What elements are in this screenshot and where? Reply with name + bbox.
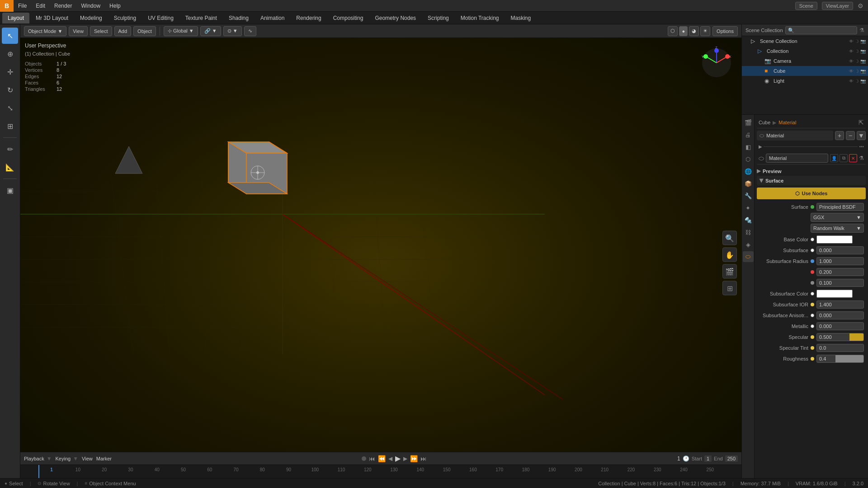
jump-start-btn[interactable]: ⏮ — [369, 455, 375, 462]
collection-eye-icon[interactable]: 👁 — [849, 49, 854, 54]
menu-help[interactable]: Help — [105, 0, 125, 11]
vp-film-btn[interactable]: 🎬 — [722, 264, 737, 279]
transform-pivot[interactable]: ⊹ Global ▼ — [164, 26, 198, 36]
prop-data-icon[interactable]: ◈ — [743, 239, 754, 250]
prop-view-layer-icon[interactable]: ◧ — [743, 141, 754, 152]
breadcrumb-item1[interactable]: Cube — [759, 120, 770, 125]
specular-tint-value[interactable]: 0.0 — [816, 344, 864, 352]
tool-select[interactable]: ↖ — [2, 28, 18, 44]
metallic-value[interactable]: 0.000 — [816, 322, 864, 330]
surface-section-header[interactable]: ▶ Surface — [757, 176, 866, 185]
mode-select[interactable]: Object Mode ▼ — [24, 26, 66, 36]
use-nodes-btn[interactable]: ⬡ Use Nodes — [757, 188, 866, 199]
prev-frame-btn[interactable]: ⏪ — [378, 455, 386, 462]
start-value[interactable]: 1 — [704, 455, 712, 462]
collection-render-icon[interactable]: 📷 — [860, 49, 866, 54]
tab-texture-paint[interactable]: Texture Paint — [180, 13, 222, 23]
eye-icon[interactable]: 👁 — [849, 39, 854, 44]
collection-hide-select-icon[interactable]: ☽ — [855, 49, 859, 54]
cube-render-icon[interactable]: 📷 — [860, 69, 866, 74]
prop-physics-icon[interactable]: 🔩 — [743, 215, 754, 225]
tool-cursor[interactable]: ⊕ — [2, 46, 18, 62]
options-btn[interactable]: Options — [712, 26, 738, 36]
surface-shader-value[interactable]: Principled BSDF — [816, 203, 864, 211]
view-label[interactable]: View — [82, 456, 93, 461]
snap-options[interactable]: 🔗 ▼ — [200, 26, 221, 36]
cube-eye-icon[interactable]: 👁 — [849, 69, 854, 74]
scene-dropdown[interactable]: Scene — [795, 2, 817, 10]
tool-transform[interactable]: ⊞ — [2, 118, 18, 134]
subsurface-radius-g-value[interactable]: 0.200 — [816, 268, 864, 276]
proportional-edit[interactable]: ⊙ ▼ — [223, 26, 242, 36]
tab-animation[interactable]: Animation — [255, 13, 290, 23]
outliner-cube[interactable]: ■ Cube 👁 ☽ 📷 — [742, 66, 868, 76]
tool-move[interactable]: ✛ — [2, 64, 18, 80]
tab-motion-tracking[interactable]: Motion Tracking — [455, 13, 505, 23]
distribution-select[interactable]: GGX ▼ — [811, 213, 864, 222]
tab-scripting[interactable]: Scripting — [422, 13, 454, 23]
tab-sculpting[interactable]: Sculpting — [108, 13, 142, 23]
subsurface-value[interactable]: 0.000 — [816, 246, 864, 254]
cube-hide-icon[interactable]: ☽ — [855, 69, 859, 74]
material-name-display[interactable]: Material — [769, 155, 787, 161]
select-menu[interactable]: Select — [90, 26, 112, 36]
vp-camera-btn[interactable]: 🔍 — [722, 231, 737, 245]
material-remove-btn[interactable]: − — [846, 131, 855, 140]
camera-eye-icon[interactable]: 👁 — [849, 59, 854, 64]
keying-label[interactable]: Keying — [56, 456, 71, 461]
menu-window[interactable]: Window — [76, 0, 105, 11]
prop-modifier-icon[interactable]: 🔧 — [743, 190, 754, 201]
tab-rendering[interactable]: Rendering — [291, 13, 326, 23]
outliner-filter-icon[interactable]: ⚗ — [859, 27, 864, 33]
prop-output-icon[interactable]: 🖨 — [743, 129, 754, 140]
tool-scale[interactable]: ⤡ — [2, 100, 18, 116]
menu-edit[interactable]: Edit — [31, 0, 50, 11]
tab-compositing[interactable]: Compositing — [328, 13, 369, 23]
tool-annotate[interactable]: ✏ — [2, 141, 18, 157]
material-fake-user-btn[interactable]: 👤 — [830, 154, 838, 162]
outliner-search[interactable] — [785, 26, 857, 34]
material-browse-btn[interactable]: ▼ — [857, 131, 866, 140]
tab-layout[interactable]: Layout — [2, 13, 29, 23]
tab-masking[interactable]: Masking — [505, 13, 536, 23]
tool-measure[interactable]: 📐 — [2, 159, 18, 175]
light-hide-icon[interactable]: ☽ — [855, 79, 859, 84]
outliner-camera[interactable]: 📷 Camera 👁 ☽ 📷 — [742, 56, 868, 66]
prop-render-icon[interactable]: 🎬 — [743, 117, 754, 128]
tab-geometry-nodes[interactable]: Geometry Nodes — [369, 13, 421, 23]
next-frame-btn[interactable]: ⏩ — [410, 455, 418, 462]
tool-rotate[interactable]: ↻ — [2, 82, 18, 98]
object-menu[interactable]: Object — [133, 26, 156, 36]
base-color-swatch[interactable] — [816, 235, 853, 244]
subsurface-ior-value[interactable]: 1.400 — [816, 300, 864, 309]
breadcrumb-item2[interactable]: Material — [778, 120, 796, 125]
material-delete-btn[interactable]: ✕ — [849, 154, 857, 162]
view-layer-dropdown[interactable]: ViewLayer — [822, 2, 853, 10]
outliner-scene-collection[interactable]: ▷ Scene Collection 👁 ☽ 📷 — [742, 36, 868, 46]
viewport-3d[interactable]: User Perspective (1) Collection | Cube O… — [20, 38, 741, 488]
specular-value[interactable]: 0.500 — [816, 333, 864, 341]
marker-label[interactable]: Marker — [96, 456, 112, 461]
prop-expand-icon[interactable]: ⇱ — [859, 119, 864, 126]
vp-hand-btn[interactable]: ✋ — [722, 248, 737, 262]
material-add-btn[interactable]: + — [835, 131, 844, 140]
prop-material-icon[interactable]: ⬭ — [743, 251, 754, 262]
subsurface-method-select[interactable]: Random Walk ▼ — [811, 224, 864, 233]
tab-shading[interactable]: Shading — [223, 13, 254, 23]
end-value[interactable]: 250 — [725, 455, 738, 462]
light-eye-icon[interactable]: 👁 — [849, 79, 854, 84]
subsurface-aniso-value[interactable]: 0.000 — [816, 311, 864, 319]
menu-file[interactable]: File — [14, 0, 31, 11]
curve-tool[interactable]: ∿ — [244, 26, 256, 36]
view-menu[interactable]: View — [69, 26, 88, 36]
shading-material[interactable]: ◕ — [689, 26, 699, 36]
camera-hide-icon[interactable]: ☽ — [855, 59, 859, 64]
hide-select-icon[interactable]: ☽ — [855, 39, 859, 44]
expand-dot[interactable]: ▶ — [759, 144, 762, 149]
jump-end-btn[interactable]: ⏭ — [420, 455, 427, 462]
material-copy-btn[interactable]: ⧉ — [840, 154, 848, 162]
shading-solid[interactable]: ● — [679, 26, 688, 36]
subsurface-radius-b-value[interactable]: 0.100 — [816, 279, 864, 287]
menu-render[interactable]: Render — [50, 0, 76, 11]
tab-uv-editing[interactable]: UV Editing — [142, 13, 179, 23]
